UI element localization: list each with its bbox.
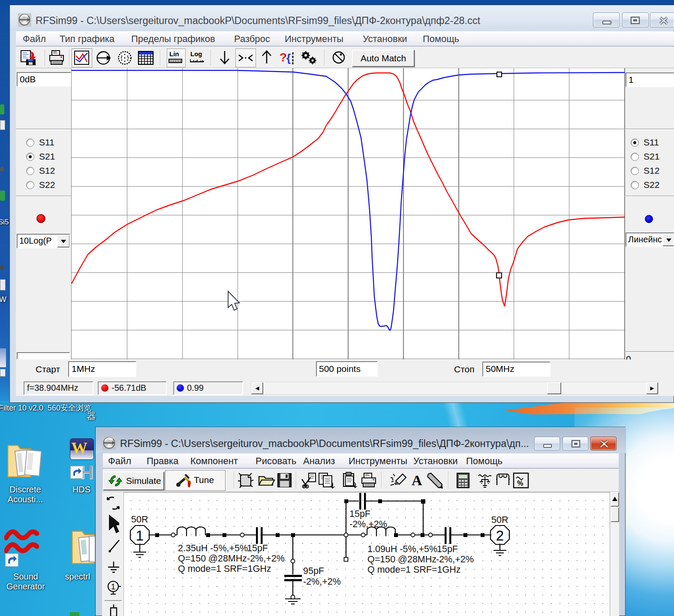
svg-text:?: ? (280, 51, 287, 64)
svg-text:Q mode=1 SRF=1GHz: Q mode=1 SRF=1GHz (367, 565, 460, 575)
svg-text:50R: 50R (131, 514, 148, 525)
svg-text:-2%,+2%: -2%,+2% (247, 553, 285, 564)
svg-text:1: 1 (136, 528, 144, 544)
svg-text:-2%,+2%: -2%,+2% (436, 554, 474, 565)
svg-text:15pF: 15pF (349, 509, 370, 519)
svg-text:{: { (286, 51, 291, 64)
svg-text:Q=150 @28MHz: Q=150 @28MHz (178, 553, 247, 564)
svg-text:A: A (412, 472, 422, 488)
svg-text:50R: 50R (491, 515, 508, 525)
svg-text:-2%,+2%: -2%,+2% (349, 519, 387, 529)
svg-text:Q=150 @28MHz: Q=150 @28MHz (367, 554, 436, 565)
svg-text:Log: Log (190, 50, 202, 57)
svg-text:%: % (517, 480, 523, 487)
svg-text:2: 2 (496, 528, 504, 544)
svg-text:1.09uH -5%,+5%: 1.09uH -5%,+5% (367, 544, 437, 554)
svg-text:-2%,+2%: -2%,+2% (303, 577, 341, 587)
svg-text:15pF: 15pF (247, 543, 268, 553)
svg-text:Q mode=1 SRF=1GHz: Q mode=1 SRF=1GHz (178, 564, 271, 574)
svg-text:1: 1 (111, 583, 115, 591)
svg-text:2.35uH -5%,+5%: 2.35uH -5%,+5% (178, 543, 248, 553)
svg-text:95pF: 95pF (303, 566, 324, 576)
svg-text:15pF: 15pF (437, 544, 458, 554)
svg-text:Lin: Lin (169, 50, 179, 57)
